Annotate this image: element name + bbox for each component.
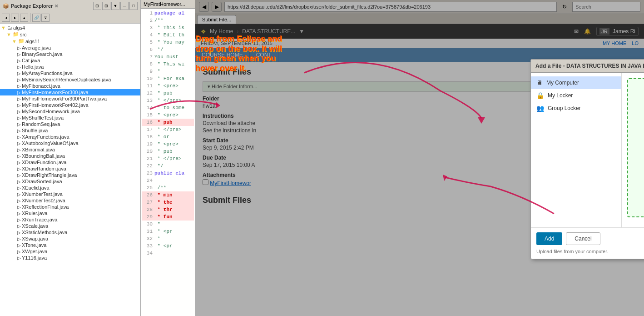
tree-item-MyFirstHomework300Part2[interactable]: ▷MyFirstHomeworkFor300PartTwo.java: [0, 95, 140, 102]
tree-item-XScale[interactable]: ▷XScale.java: [0, 223, 140, 229]
modal-header: Add a File - DATA STRUCTURES IN JAVA I -…: [531, 60, 644, 73]
code-line-17: 17 * </pre>: [142, 126, 194, 133]
my-computer-label: My Computer: [546, 80, 579, 86]
tree-item-Average[interactable]: ▷Average.java: [0, 45, 140, 51]
modal-actions: Add Cancel: [536, 232, 644, 245]
editor-tab-label: MyFirstHomewor...: [144, 1, 185, 7]
tree-item-BinarySearch[interactable]: ▷BinarySearch.java: [0, 51, 140, 57]
code-line-24: 24: [142, 177, 194, 184]
modal-sidebar-group-locker[interactable]: 👥 Group Locker: [531, 102, 621, 115]
algs11-icon: 📁: [18, 38, 25, 44]
pe-toolbar: ◂ ▸ ▴ 🔗 ⊽: [0, 12, 140, 24]
tree-item-XReflectionFinal[interactable]: ▷XReflectionFinal.java: [0, 204, 140, 210]
tree-item-XSwap[interactable]: ▷XSwap.java: [0, 236, 140, 242]
tree-item-Hello[interactable]: ▷Hello.java: [0, 64, 140, 70]
XArrayFunctions-icon: ▷: [17, 135, 21, 140]
code-content[interactable]: 1package al 2/** 3 * This is 4 * Edit th…: [141, 9, 195, 258]
tree-item-XNumberTest[interactable]: ▷XNumberTest.java: [0, 191, 140, 197]
pe-forward-btn[interactable]: ▸: [11, 14, 19, 22]
tree-item-MyBinarySearch[interactable]: ▷MyBinarySearchRemoveDuplicates.java: [0, 76, 140, 83]
tree-item-XDrawSorted[interactable]: ▷XDrawSorted.java: [0, 178, 140, 185]
tree-item-XArrayFunctions[interactable]: ▷XArrayFunctions.java: [0, 134, 140, 140]
code-line-20: 20 * pub: [142, 148, 194, 155]
code-line-12: 12 * pub: [142, 90, 194, 97]
XRuler-icon: ▷: [17, 211, 21, 216]
code-line-8: 8 * This wi: [142, 60, 194, 68]
pe-menu-btn[interactable]: ▼: [111, 2, 119, 10]
tree-item-XStaticMethods[interactable]: ▷XStaticMethods.java: [0, 229, 140, 236]
src-icon: 📁: [13, 31, 19, 37]
tree-item-XAutoboxing[interactable]: ▷XAutoboxingValueOf.java: [0, 140, 140, 146]
tree-item-XDrawRightTriangle[interactable]: ▷XDrawRightTriangle.java: [0, 172, 140, 178]
pe-back-btn[interactable]: ◂: [2, 14, 10, 22]
MySecond-icon: ▷: [17, 109, 21, 114]
algs4-icon: 🗂: [7, 25, 12, 30]
RandomSeq-icon: ▷: [17, 122, 21, 127]
algs11-label: algs11: [25, 39, 40, 44]
tree-item-MySecond[interactable]: ▷MySecondHomework.java: [0, 108, 140, 115]
tree-item-Shuffle[interactable]: ▷Shuffle.java: [0, 127, 140, 134]
pe-expand-btn[interactable]: ⊞: [102, 2, 110, 10]
pe-minimize-btn[interactable]: ─: [120, 2, 129, 10]
XStaticMethods-icon: ▷: [17, 230, 21, 235]
pe-collapse-btn[interactable]: ⊟: [93, 2, 101, 10]
tree-item-XRuler[interactable]: ▷XRuler.java: [0, 210, 140, 216]
editor-tab[interactable]: MyFirstHomewor...: [141, 0, 195, 9]
pe-maximize-btn[interactable]: □: [129, 2, 138, 10]
cancel-button[interactable]: Cancel: [566, 232, 600, 245]
pe-title-bar: 📦 Package Explorer ✕: [3, 3, 58, 9]
pe-up-btn[interactable]: ▴: [20, 14, 28, 22]
XReflectionFinal-icon: ▷: [17, 205, 21, 210]
code-line-25: 25 /**: [142, 184, 194, 191]
src-label: src: [20, 32, 27, 37]
modal-body: 🖥 My Computer 🔒 My Locker 👥 Group Locker…: [531, 73, 644, 227]
tree-item-XEuclid[interactable]: ▷XEuclid.java: [0, 185, 140, 191]
tree-item-XBinomial[interactable]: ▷XBinomial.java: [0, 146, 140, 153]
tree-item-src[interactable]: ▼ 📁 src: [0, 31, 140, 38]
pe-filter-btn[interactable]: ⊽: [41, 14, 50, 22]
tree-item-XDrawFunction[interactable]: ▷XDrawFunction.java: [0, 159, 140, 166]
tree-item-MyFirstHomework300[interactable]: ▷MyFirstHomeworkFor300.java: [0, 89, 140, 95]
code-line-14: 14 * to some: [142, 104, 194, 111]
modal-title: Add a File - DATA STRUCTURES IN JAVA I -…: [535, 63, 644, 69]
modal-content-area: Drop files here, or click below! ⬆ Uploa…: [622, 73, 644, 227]
MyFirstHomework402-icon: ▷: [17, 103, 21, 108]
code-line-31: 31 * <pr: [142, 228, 194, 235]
XWget-icon: ▷: [17, 249, 21, 254]
tree-item-MyArrayFunctions[interactable]: ▷MyArrayFunctions.java: [0, 70, 140, 76]
tree-item-XDrawRandom[interactable]: ▷XDrawRandom.java: [0, 166, 140, 172]
tree-item-MyShuffleTest[interactable]: ▷MyShuffleTest.java: [0, 115, 140, 121]
modal-footer: Add Cancel Upload files from your comput…: [531, 227, 644, 259]
tree-item-Y1116[interactable]: ▷Y1116.java: [0, 255, 140, 261]
tree-item-MyFibonacci[interactable]: ▷MyFibonacci.java: [0, 83, 140, 89]
code-line-13: 13 * </pre>: [142, 97, 194, 104]
tree-item-XTone[interactable]: ▷XTone.java: [0, 242, 140, 248]
Y1116-icon: ▷: [17, 256, 21, 261]
modal-sidebar-my-locker[interactable]: 🔒 My Locker: [531, 89, 621, 102]
tree-item-XRunTrace[interactable]: ▷XRunTrace.java: [0, 216, 140, 223]
code-line-1: 1package al: [142, 10, 194, 17]
tree-item-Cat[interactable]: ▷Cat.java: [0, 57, 140, 64]
XEuclid-icon: ▷: [17, 186, 21, 191]
XTone-icon: ▷: [17, 243, 21, 248]
tree-item-algs11[interactable]: ▼ 📁 algs11: [0, 38, 140, 45]
tree-item-MyFirstHomework402[interactable]: ▷MyFirstHomeworkFor402.java: [0, 102, 140, 108]
tree-item-XBouncingBall[interactable]: ▷XBouncingBall.java: [0, 153, 140, 159]
tree-item-XWget[interactable]: ▷XWget.java: [0, 248, 140, 255]
code-line-6: 6 */: [142, 46, 194, 53]
drop-zone[interactable]: Drop files here, or click below! ⬆ Uploa…: [627, 78, 644, 217]
tree-item-XNumberTest2[interactable]: ▷XNumberTest2.java: [0, 197, 140, 204]
BinarySearch-icon: ▷: [17, 52, 21, 57]
tree-item-RandomSeq[interactable]: ▷RandomSeq.java: [0, 121, 140, 127]
code-line-4: 4 * Edit th: [142, 31, 194, 39]
tree-item-algs4[interactable]: ▼ 🗂 algs4: [0, 25, 140, 31]
pe-link-btn[interactable]: 🔗: [32, 14, 40, 22]
pe-close-x[interactable]: ✕: [54, 4, 58, 9]
code-line-22: 22 */: [142, 162, 194, 170]
add-button[interactable]: Add: [536, 232, 562, 245]
package-explorer: 📦 Package Explorer ✕ ⊟ ⊞ ▼ ─ □ ◂ ▸ ▴ 🔗 ⊽…: [0, 0, 141, 316]
code-line-29: 29 * fun: [142, 213, 194, 221]
modal-sidebar-my-computer[interactable]: 🖥 My Computer: [531, 76, 621, 89]
code-line-10: 10 * For exa: [142, 75, 194, 82]
pe-title-label: Package Explorer: [11, 3, 53, 9]
